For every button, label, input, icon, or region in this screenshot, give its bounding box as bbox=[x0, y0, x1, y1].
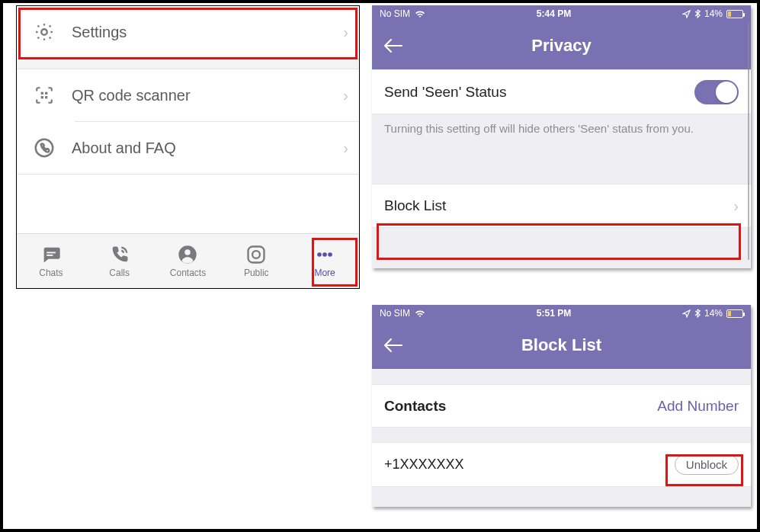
battery-icon bbox=[726, 10, 743, 18]
unblock-button[interactable]: Unblock bbox=[675, 454, 739, 475]
back-button[interactable] bbox=[372, 37, 415, 54]
gear-icon bbox=[27, 21, 61, 43]
seen-status-label: Send 'Seen' Status bbox=[384, 84, 694, 101]
tab-label: Contacts bbox=[170, 268, 206, 278]
tab-label: Calls bbox=[109, 268, 130, 278]
qr-icon bbox=[27, 85, 61, 105]
more-list: Settings › QR code scanner › bbox=[17, 6, 359, 233]
svg-rect-7 bbox=[46, 255, 53, 256]
seen-status-description: Turning this setting off will hide other… bbox=[372, 114, 751, 152]
tab-bar: Chats Calls Contacts Public More bbox=[17, 233, 359, 288]
tab-label: Public bbox=[244, 268, 269, 278]
svg-rect-10 bbox=[249, 247, 265, 263]
tab-more[interactable]: More bbox=[290, 234, 359, 288]
block-list-screen: No SIM 5:51 PM 14% Block List Contacts A… bbox=[372, 305, 751, 507]
bluetooth-icon bbox=[694, 309, 701, 318]
svg-point-12 bbox=[317, 252, 322, 257]
wifi-icon bbox=[415, 309, 425, 318]
add-number-button[interactable]: Add Number bbox=[657, 398, 739, 415]
nav-bar: Privacy bbox=[372, 22, 751, 69]
blocked-number: +1XXXXXXX bbox=[384, 457, 675, 473]
status-bar: No SIM 5:44 PM 14% bbox=[372, 5, 751, 22]
svg-point-0 bbox=[41, 29, 46, 34]
clock: 5:44 PM bbox=[425, 8, 682, 19]
svg-rect-6 bbox=[46, 252, 56, 254]
svg-point-13 bbox=[322, 252, 327, 257]
svg-rect-2 bbox=[45, 92, 47, 95]
wifi-icon bbox=[415, 10, 425, 18]
battery-pct: 14% bbox=[704, 8, 723, 19]
more-screen: Settings › QR code scanner › bbox=[16, 5, 360, 289]
location-icon bbox=[682, 309, 691, 318]
tab-contacts[interactable]: Contacts bbox=[154, 234, 223, 288]
highlight-block-list bbox=[377, 223, 741, 260]
row-qr-label: QR code scanner bbox=[61, 87, 343, 104]
svg-rect-4 bbox=[45, 96, 47, 98]
chevron-right-icon: › bbox=[343, 24, 348, 41]
battery-icon bbox=[726, 309, 743, 318]
row-qr-scanner[interactable]: QR code scanner › bbox=[17, 69, 359, 121]
svg-rect-1 bbox=[41, 92, 43, 95]
seen-status-toggle[interactable] bbox=[694, 80, 739, 104]
page-title: Block List bbox=[372, 335, 751, 355]
privacy-screen: No SIM 5:44 PM 14% Privacy Send 'Seen' S… bbox=[372, 5, 751, 268]
svg-point-14 bbox=[328, 252, 332, 257]
scroll-indicator bbox=[748, 22, 749, 260]
viber-icon bbox=[27, 136, 61, 159]
bluetooth-icon bbox=[694, 9, 701, 18]
tab-label: Chats bbox=[39, 268, 63, 278]
svg-point-9 bbox=[185, 249, 191, 255]
row-seen-status[interactable]: Send 'Seen' Status bbox=[372, 69, 751, 114]
block-list-label: Block List bbox=[384, 197, 733, 214]
carrier-text: No SIM bbox=[380, 8, 410, 19]
blocked-contact-row[interactable]: +1XXXXXXX Unblock bbox=[372, 442, 751, 486]
tab-chats[interactable]: Chats bbox=[17, 234, 85, 288]
tab-calls[interactable]: Calls bbox=[85, 234, 154, 288]
back-button[interactable] bbox=[372, 337, 415, 354]
tab-public[interactable]: Public bbox=[222, 234, 290, 288]
page-title: Privacy bbox=[372, 36, 751, 56]
svg-point-11 bbox=[252, 251, 260, 258]
chevron-right-icon: › bbox=[343, 87, 348, 104]
status-bar: No SIM 5:51 PM 14% bbox=[372, 305, 751, 322]
row-about-label: About and FAQ bbox=[61, 139, 343, 157]
row-settings-label: Settings bbox=[61, 24, 343, 41]
row-settings[interactable]: Settings › bbox=[17, 6, 359, 58]
contacts-section-header: Contacts Add Number bbox=[372, 384, 751, 427]
row-block-list[interactable]: Block List › bbox=[372, 184, 751, 228]
chevron-right-icon: › bbox=[343, 139, 348, 157]
contacts-heading: Contacts bbox=[384, 398, 657, 415]
chevron-right-icon: › bbox=[733, 197, 739, 215]
location-icon bbox=[682, 10, 691, 18]
battery-pct: 14% bbox=[704, 308, 723, 319]
svg-rect-3 bbox=[41, 96, 43, 98]
clock: 5:51 PM bbox=[425, 308, 682, 319]
tab-label: More bbox=[314, 268, 335, 278]
carrier-text: No SIM bbox=[380, 308, 410, 319]
row-about-faq[interactable]: About and FAQ › bbox=[17, 122, 359, 174]
nav-bar: Block List bbox=[372, 322, 751, 369]
